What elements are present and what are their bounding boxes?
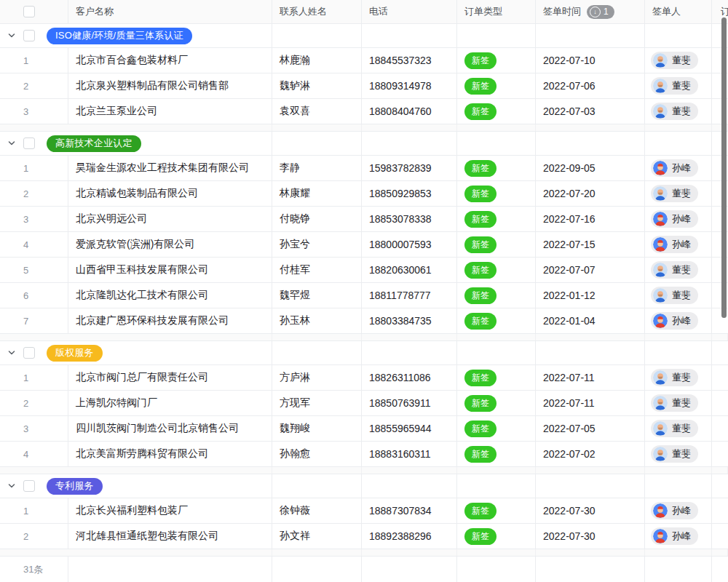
sign-date-cell: 2022-07-30 — [536, 498, 645, 523]
group-empty-cell — [645, 474, 712, 498]
table-row[interactable]: 1北京市阀门总厂有限责任公司方庐淋18826311086新签2022-07-11… — [0, 365, 728, 391]
order-type-cell: 新签 — [457, 442, 536, 466]
footer-cell — [272, 557, 362, 582]
header-signer[interactable]: 签单人 — [645, 0, 712, 23]
phone-cell: 18826311086 — [362, 365, 457, 390]
table-row[interactable]: 3北京兰玉泵业公司袁双喜18808404760新签2022-07-03董斐 — [0, 99, 728, 124]
group-select-checkbox[interactable] — [23, 480, 35, 492]
table-row[interactable]: 1北京长兴福利塑料包装厂徐钟薇18887307834新签2022-07-30孙峰 — [0, 498, 728, 524]
customer-cell: 山西省甲玉科技发展有限公司 — [68, 258, 272, 282]
group-empty-cell — [645, 132, 712, 155]
table-row[interactable]: 5山西省甲玉科技发展有限公司付桂军18820630061新签2022-07-07… — [0, 258, 728, 283]
vertical-scrollbar[interactable] — [721, 17, 727, 318]
grouped-orders-table: 客户名称 联系人姓名 电话 订单类型 签单时间 ↓ 1 签单人 订 ISO健康/… — [0, 0, 728, 582]
phone-number: 18883160311 — [369, 448, 431, 460]
group-header-cell: 版权服务 — [0, 341, 272, 364]
chevron-down-icon[interactable] — [7, 348, 16, 357]
spacer-cell — [272, 334, 362, 340]
customer-cell: 北京市百合鑫包装材料厂 — [68, 48, 272, 73]
signer-name: 董斐 — [672, 396, 691, 410]
spacer-cell — [645, 467, 712, 474]
contact-name: 魏轳淋 — [280, 79, 310, 92]
spacer-cell — [0, 334, 272, 340]
group-header-row[interactable]: 版权服务 — [0, 341, 728, 365]
order-type-tag: 新签 — [464, 420, 496, 437]
group-empty-cell — [457, 341, 536, 364]
table-row[interactable]: 2上海凯尔特阀门厂方现军18850763911新签2022-07-11董斐 — [0, 391, 728, 416]
sign-date: 2022-07-20 — [543, 188, 596, 199]
signer-avatar — [653, 529, 668, 543]
sign-date: 2022-07-07 — [543, 264, 596, 276]
table-row[interactable]: 6北京隆凯达化工技术有限公司魏罕煜18811778777新签2022-01-12… — [0, 283, 728, 308]
group-header-row[interactable]: 高新技术企业认定 — [0, 132, 728, 156]
signer-name: 孙峰 — [672, 504, 691, 517]
table-row[interactable]: 7北京建广恩环保科技发展有限公司孙玉林18803384735新签2022-01-… — [0, 308, 728, 334]
contact-name: 孙玉林 — [280, 314, 310, 327]
sign-date-cell: 2022-07-15 — [536, 232, 645, 257]
table-row[interactable]: 3北京兴明远公司付晓铮18853078338新签2022-07-16孙峰 — [0, 207, 728, 232]
group-select-checkbox[interactable] — [23, 137, 35, 149]
customer-cell: 北京美富斯劳腾科贸有限公司 — [68, 442, 272, 466]
signer-cell: 董斐 — [645, 283, 712, 308]
header-select-cell — [0, 0, 68, 23]
chevron-down-icon[interactable] — [7, 139, 16, 148]
table-row[interactable]: 1昊瑞金生源农业工程技术集团有限公司李静15983782839新签2022-09… — [0, 156, 728, 181]
spacer-cell — [536, 334, 645, 340]
order-type-tag: 新签 — [464, 395, 496, 412]
sign-date-cell: 2022-09-05 — [536, 156, 645, 180]
signer-name: 孙峰 — [672, 238, 691, 251]
row-index-cell: 2 — [0, 73, 68, 98]
header-sign-date[interactable]: 签单时间 ↓ 1 — [536, 0, 645, 23]
select-all-checkbox[interactable] — [23, 6, 35, 17]
sign-date: 2022-01-04 — [543, 315, 596, 327]
phone-cell: 18800007593 — [362, 232, 457, 257]
phone-number: 18826311086 — [369, 372, 431, 383]
table-row[interactable]: 1北京市百合鑫包装材料厂林鹿瀚18845537323新签2022-07-10董斐 — [0, 48, 728, 73]
signer-cell: 孙峰 — [645, 524, 712, 549]
partial-cell — [712, 416, 728, 441]
group-spacer-row — [0, 334, 728, 341]
contact-name: 魏罕煜 — [280, 289, 310, 302]
header-order-type[interactable]: 订单类型 — [457, 0, 536, 23]
order-type-tag: 新签 — [464, 186, 496, 202]
group-empty-cell — [536, 132, 645, 155]
table-row[interactable]: 3四川凯茨阀门制造公司北京销售公司魏翔峻18855965944新签2022-07… — [0, 416, 728, 442]
sort-badge[interactable]: ↓ 1 — [587, 5, 614, 19]
row-index: 3 — [23, 106, 28, 117]
chevron-down-icon[interactable] — [7, 31, 16, 40]
row-index-cell: 4 — [0, 442, 68, 466]
header-customer-name[interactable]: 客户名称 — [68, 0, 272, 23]
order-type-cell: 新签 — [457, 207, 536, 231]
group-header-row[interactable]: 专利服务 — [0, 474, 728, 498]
chevron-down-icon[interactable] — [7, 482, 16, 490]
signer-name: 董斐 — [672, 263, 691, 276]
customer-name: 北京市百合鑫包装材料厂 — [76, 54, 188, 67]
order-type-cell: 新签 — [457, 365, 536, 390]
table-row[interactable]: 2河北雄县恒通纸塑包装有限公司孙文祥18892388296新签2022-07-3… — [0, 524, 728, 549]
spacer-cell — [362, 124, 457, 131]
phone-cell: 18892388296 — [362, 524, 457, 549]
table-row[interactable]: 2北京精诚包装制品有限公司林康耀18850929853新签2022-07-20董… — [0, 181, 728, 207]
group-header-row[interactable]: ISO健康/环境/质量三体系认证 — [0, 24, 728, 48]
table-row[interactable]: 4北京美富斯劳腾科贸有限公司孙翰愈18883160311新签2022-07-02… — [0, 442, 728, 467]
contact-name: 袁双喜 — [280, 105, 310, 118]
phone-cell: 18887307834 — [362, 498, 457, 523]
order-type-tag: 新签 — [464, 211, 496, 228]
phone-cell: 18853078338 — [362, 207, 457, 231]
header-phone[interactable]: 电话 — [362, 0, 457, 23]
group-select-checkbox[interactable] — [23, 347, 35, 359]
table-row[interactable]: 4爱派克软管(滨洲)有限公司孙宝兮18800007593新签2022-07-15… — [0, 232, 728, 258]
row-index: 4 — [23, 239, 28, 250]
contact-name: 孙翰愈 — [280, 447, 310, 461]
sign-date: 2022-07-11 — [543, 372, 595, 383]
signer-avatar — [653, 104, 668, 119]
signer-avatar — [653, 503, 668, 518]
table-row[interactable]: 2北京泉兴塑料制品有限公司销售部魏轳淋18809314978新签2022-07-… — [0, 73, 728, 99]
header-contact-name[interactable]: 联系人姓名 — [272, 0, 362, 23]
spacer-cell — [712, 467, 728, 474]
group-select-checkbox[interactable] — [23, 30, 35, 41]
signer-chip: 孙峰 — [651, 210, 698, 228]
order-type-tag: 新签 — [464, 236, 496, 253]
signer-chip: 董斐 — [651, 420, 698, 437]
row-index: 1 — [23, 55, 28, 66]
